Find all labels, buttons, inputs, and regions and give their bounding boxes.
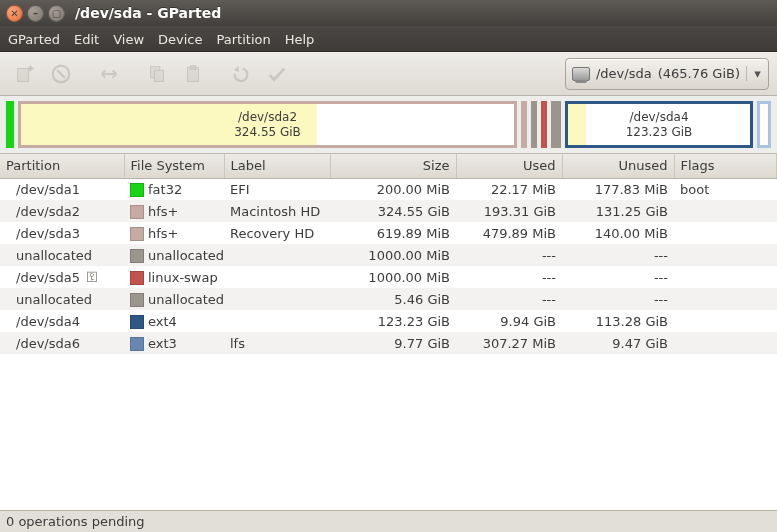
cell-flags bbox=[674, 244, 777, 266]
apply-icon bbox=[266, 63, 288, 85]
cell-partition: /dev/sda2 bbox=[0, 200, 124, 222]
copy-button[interactable] bbox=[140, 57, 174, 91]
new-partition-button[interactable] bbox=[8, 57, 42, 91]
cell-size: 324.55 GiB bbox=[330, 200, 456, 222]
table-row[interactable]: /dev/sda4ext4123.23 GiB9.94 GiB113.28 Gi… bbox=[0, 310, 777, 332]
cell-flags bbox=[674, 200, 777, 222]
fs-swatch bbox=[130, 271, 144, 285]
menu-help[interactable]: Help bbox=[285, 32, 315, 47]
fs-swatch bbox=[130, 293, 144, 307]
cell-unused: 113.28 GiB bbox=[562, 310, 674, 332]
window-maximize-button[interactable]: ▢ bbox=[48, 5, 65, 22]
visual-unalloc-2[interactable] bbox=[551, 101, 561, 148]
paste-icon bbox=[182, 63, 204, 85]
toolbar: /dev/sda (465.76 GiB) ▾ bbox=[0, 52, 777, 96]
cell-partition: /dev/sda3 bbox=[0, 222, 124, 244]
table-row[interactable]: /dev/sda5 ⚿linux-swap1000.00 MiB------ bbox=[0, 266, 777, 288]
col-size[interactable]: Size bbox=[330, 154, 456, 178]
resize-button[interactable] bbox=[92, 57, 126, 91]
visual-sda6[interactable] bbox=[757, 101, 771, 148]
cell-label bbox=[224, 244, 330, 266]
undo-button[interactable] bbox=[224, 57, 258, 91]
cell-used: 22.17 MiB bbox=[456, 178, 562, 200]
cell-partition: /dev/sda4 bbox=[0, 310, 124, 332]
col-unused[interactable]: Unused bbox=[562, 154, 674, 178]
visual-sda4-size: 123.23 GiB bbox=[626, 125, 693, 140]
menu-gparted[interactable]: GParted bbox=[8, 32, 60, 47]
table-row[interactable]: /dev/sda3hfs+Recovery HD619.89 MiB479.89… bbox=[0, 222, 777, 244]
cell-size: 619.89 MiB bbox=[330, 222, 456, 244]
table-row[interactable]: /dev/sda6ext3lfs9.77 GiB307.27 MiB9.47 G… bbox=[0, 332, 777, 354]
fs-swatch bbox=[130, 205, 144, 219]
svg-line-2 bbox=[57, 70, 65, 78]
menu-device[interactable]: Device bbox=[158, 32, 202, 47]
cell-used: --- bbox=[456, 244, 562, 266]
new-partition-icon bbox=[14, 63, 36, 85]
cell-fs: fat32 bbox=[124, 178, 224, 200]
visual-sda4[interactable]: /dev/sda4 123.23 GiB bbox=[565, 101, 753, 148]
col-label[interactable]: Label bbox=[224, 154, 330, 178]
fs-swatch bbox=[130, 249, 144, 263]
apply-button[interactable] bbox=[260, 57, 294, 91]
menu-edit[interactable]: Edit bbox=[74, 32, 99, 47]
col-partition[interactable]: Partition bbox=[0, 154, 124, 178]
window-titlebar: ✕ – ▢ /dev/sda - GParted bbox=[0, 0, 777, 26]
paste-button[interactable] bbox=[176, 57, 210, 91]
col-used[interactable]: Used bbox=[456, 154, 562, 178]
cell-label: lfs bbox=[224, 332, 330, 354]
cell-size: 200.00 MiB bbox=[330, 178, 456, 200]
cell-fs: hfs+ bbox=[124, 200, 224, 222]
cell-size: 9.77 GiB bbox=[330, 332, 456, 354]
device-selector[interactable]: /dev/sda (465.76 GiB) ▾ bbox=[565, 58, 769, 90]
window-close-button[interactable]: ✕ bbox=[6, 5, 23, 22]
device-name: /dev/sda bbox=[596, 66, 652, 81]
device-size: (465.76 GiB) bbox=[658, 66, 740, 81]
menu-partition[interactable]: Partition bbox=[217, 32, 271, 47]
lock-icon: ⚿ bbox=[86, 270, 98, 284]
cell-used: 479.89 MiB bbox=[456, 222, 562, 244]
cell-fs: hfs+ bbox=[124, 222, 224, 244]
cell-label bbox=[224, 266, 330, 288]
cell-unused: --- bbox=[562, 288, 674, 310]
col-flags[interactable]: Flags bbox=[674, 154, 777, 178]
visual-sda2[interactable]: /dev/sda2 324.55 GiB bbox=[18, 101, 517, 148]
window-minimize-button[interactable]: – bbox=[27, 5, 44, 22]
cell-label bbox=[224, 310, 330, 332]
svg-rect-4 bbox=[154, 70, 163, 81]
cell-fs: linux-swap bbox=[124, 266, 224, 288]
cell-used: 307.27 MiB bbox=[456, 332, 562, 354]
cell-flags bbox=[674, 310, 777, 332]
cell-used: 9.94 GiB bbox=[456, 310, 562, 332]
cell-partition: unallocated bbox=[0, 288, 124, 310]
cell-flags bbox=[674, 288, 777, 310]
svg-rect-0 bbox=[18, 68, 29, 81]
svg-rect-6 bbox=[190, 65, 196, 69]
cell-partition: /dev/sda5 ⚿ bbox=[0, 266, 124, 288]
cell-flags bbox=[674, 222, 777, 244]
cell-label: Macintosh HD bbox=[224, 200, 330, 222]
window-title: /dev/sda - GParted bbox=[75, 5, 221, 21]
undo-icon bbox=[230, 63, 252, 85]
col-fs[interactable]: File System bbox=[124, 154, 224, 178]
table-row[interactable]: unallocatedunallocated5.46 GiB------ bbox=[0, 288, 777, 310]
visual-sda2-size: 324.55 GiB bbox=[234, 125, 301, 140]
visual-sda5[interactable] bbox=[541, 101, 547, 148]
cell-label: Recovery HD bbox=[224, 222, 330, 244]
cell-fs: ext3 bbox=[124, 332, 224, 354]
visual-unalloc-1[interactable] bbox=[531, 101, 537, 148]
cell-used: --- bbox=[456, 288, 562, 310]
cell-size: 123.23 GiB bbox=[330, 310, 456, 332]
cell-unused: 9.47 GiB bbox=[562, 332, 674, 354]
visual-sda1[interactable] bbox=[6, 101, 14, 148]
visual-sda4-label: /dev/sda4 bbox=[626, 110, 693, 125]
cell-label bbox=[224, 288, 330, 310]
disk-icon bbox=[572, 67, 590, 81]
table-row[interactable]: unallocatedunallocated1000.00 MiB------ bbox=[0, 244, 777, 266]
table-row[interactable]: /dev/sda1fat32EFI200.00 MiB22.17 MiB177.… bbox=[0, 178, 777, 200]
table-row[interactable]: /dev/sda2hfs+Macintosh HD324.55 GiB193.3… bbox=[0, 200, 777, 222]
menu-view[interactable]: View bbox=[113, 32, 144, 47]
statusbar: 0 operations pending bbox=[0, 510, 777, 532]
status-text: 0 operations pending bbox=[6, 514, 145, 529]
delete-button[interactable] bbox=[44, 57, 78, 91]
visual-sda3[interactable] bbox=[521, 101, 527, 148]
